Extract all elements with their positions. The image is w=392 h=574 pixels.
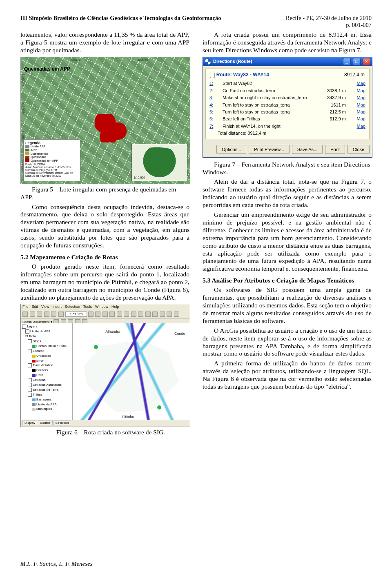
toc-item[interactable]: Unlocated xyxy=(28,354,71,358)
menu-item[interactable]: Window xyxy=(95,305,108,309)
toolbar-icon[interactable] xyxy=(138,311,143,317)
toc-item[interactable]: Barriers xyxy=(28,368,71,372)
toolbar-icon[interactable] xyxy=(22,311,28,317)
step-number-link[interactable]: 1: xyxy=(209,81,213,86)
menu-item[interactable]: Tools xyxy=(83,305,92,309)
window-buttons[interactable]: _ □ × xyxy=(342,58,370,65)
checkbox-icon[interactable] xyxy=(28,388,32,392)
menu-item[interactable]: Selection xyxy=(65,305,80,309)
toolbar-icon[interactable] xyxy=(30,311,35,317)
step-map-link[interactable]: Map xyxy=(357,116,365,121)
toolbar-icon[interactable] xyxy=(95,311,100,317)
toc-item[interactable]: Pontos Inicial e Final xyxy=(28,344,71,348)
toc-item[interactable]: Estradas xyxy=(28,378,71,382)
toc-item[interactable]: Located xyxy=(28,349,71,353)
toolbar-icon[interactable] xyxy=(117,311,122,317)
checkbox-icon[interactable] xyxy=(28,363,32,367)
checkbox-icon[interactable] xyxy=(28,339,32,343)
step-map-link[interactable]: Map xyxy=(357,109,365,114)
toolbar-icon[interactable] xyxy=(167,311,172,317)
toolbar-icon[interactable] xyxy=(37,311,42,317)
layer-swatch xyxy=(32,408,36,411)
map-route-line xyxy=(73,323,190,421)
toc-item[interactable]: Municípios xyxy=(28,407,71,411)
layer-swatch xyxy=(32,355,36,358)
toc-item[interactable]: Trilhas xyxy=(28,393,71,397)
arcmap-menubar[interactable]: FileEditViewInsertSelectionToolsWindowHe… xyxy=(21,304,190,311)
toolbar-icon[interactable] xyxy=(44,311,49,317)
toolbar-icon[interactable] xyxy=(145,311,151,317)
legend-swatch xyxy=(25,152,29,155)
checkbox-icon[interactable] xyxy=(25,329,29,334)
step-number-link[interactable]: 4: xyxy=(209,102,213,107)
step-map-link[interactable]: Map xyxy=(357,81,365,86)
step-number-link[interactable]: 6: xyxy=(209,116,213,121)
toolbar-icon[interactable] xyxy=(160,311,165,317)
directions-options-button[interactable]: Options... xyxy=(216,145,246,154)
menu-item[interactable]: Help xyxy=(111,305,119,309)
toolbar-icon[interactable] xyxy=(174,311,179,317)
directions-print-preview-button[interactable]: Print Preview... xyxy=(249,145,289,154)
toc-item[interactable]: Error xyxy=(28,359,71,363)
toolbar-icon[interactable] xyxy=(131,311,136,317)
toc-item[interactable]: Time Violation xyxy=(28,363,71,367)
legend-swatch xyxy=(25,149,29,151)
minimize-icon[interactable]: _ xyxy=(343,58,351,65)
fig7-caption: Figura 7 – Ferramenta Network Analyst e … xyxy=(203,161,372,176)
toolbar-icon[interactable] xyxy=(109,311,115,317)
checkbox-icon[interactable] xyxy=(28,349,32,353)
toolbar-icon[interactable] xyxy=(124,311,129,317)
toolbar-icon[interactable] xyxy=(88,311,94,317)
close-icon[interactable]: × xyxy=(363,58,370,65)
toc-item[interactable]: Limite da APA xyxy=(28,403,71,407)
toc-item[interactable]: Estradas de Terra xyxy=(28,388,71,392)
directions-close-button[interactable]: Close xyxy=(347,145,370,154)
toc-item[interactable]: Estradas Asfaltadas xyxy=(28,383,71,387)
checkbox-icon[interactable] xyxy=(22,325,26,329)
toc-item-label: Time Violation xyxy=(33,364,53,367)
directions-save-as-button[interactable]: Save As... xyxy=(292,145,323,154)
scale-input[interactable]: 1:57.170 xyxy=(65,311,87,317)
toolbar-icon[interactable] xyxy=(51,311,56,317)
toc-item[interactable]: Rota xyxy=(28,373,71,377)
checkbox-icon[interactable] xyxy=(28,378,32,382)
toc-panel[interactable]: Layers Limite da APA ⊟ Rota StopsPontos … xyxy=(21,323,73,421)
toolbar-icon[interactable] xyxy=(58,311,64,317)
toc-group[interactable]: Rota xyxy=(29,334,36,338)
step-number-link[interactable]: 2: xyxy=(209,88,213,93)
step-map-link[interactable]: Map xyxy=(357,88,365,93)
arcmap-toolbar-1[interactable]: 1:57.170 xyxy=(21,311,190,319)
step-map-link[interactable]: Map xyxy=(357,124,365,129)
map-canvas[interactable]: Alhandra Conde Pitimbu xyxy=(73,323,190,421)
step-number-link[interactable]: 7: xyxy=(209,124,213,129)
maximize-icon[interactable]: □ xyxy=(353,58,361,65)
step-number-link[interactable]: 5: xyxy=(209,109,213,114)
menu-item[interactable]: Insert xyxy=(52,305,62,309)
step-distance: 212,5 m xyxy=(314,109,348,116)
toc-item[interactable]: Stops xyxy=(28,339,71,343)
menu-item[interactable]: Edit xyxy=(32,305,38,309)
toc-item[interactable]: Limite da APA xyxy=(30,330,51,334)
toc-layers-label: Layers xyxy=(27,325,38,329)
step-number-link[interactable]: 3: xyxy=(209,95,213,100)
figure-7: Directions (Route) _ □ × [–] Route: Way8… xyxy=(203,57,372,158)
route-link[interactable]: Route: Way82 - WAY14 xyxy=(216,72,269,78)
toc-tab[interactable]: Display xyxy=(22,420,37,425)
step-map-link[interactable]: Map xyxy=(357,95,365,100)
toc-tab[interactable]: Selection xyxy=(53,420,71,425)
menu-item[interactable]: View xyxy=(41,305,49,309)
para: Os softwares de SIG possuem uma ampla ga… xyxy=(203,286,372,325)
toolbar-icon[interactable] xyxy=(152,311,158,317)
menu-item[interactable]: File xyxy=(22,305,29,309)
toc-item[interactable]: Barragens xyxy=(28,398,71,402)
toolbar-icon[interactable] xyxy=(102,311,108,317)
directions-titlebar[interactable]: Directions (Route) _ □ × xyxy=(203,57,372,66)
fig6-caption: Figura 6 – Rota criada no software de SI… xyxy=(20,429,189,436)
step-map-link[interactable]: Map xyxy=(357,102,365,107)
toc-tab[interactable]: Source xyxy=(38,420,52,425)
toc-item-label: Barragens xyxy=(36,398,51,401)
checkbox-icon[interactable] xyxy=(28,393,32,397)
toc-tabs[interactable]: DisplaySourceSelection xyxy=(21,420,190,427)
checkbox-icon[interactable] xyxy=(28,383,32,387)
directions-print-button[interactable]: Print xyxy=(325,145,345,154)
